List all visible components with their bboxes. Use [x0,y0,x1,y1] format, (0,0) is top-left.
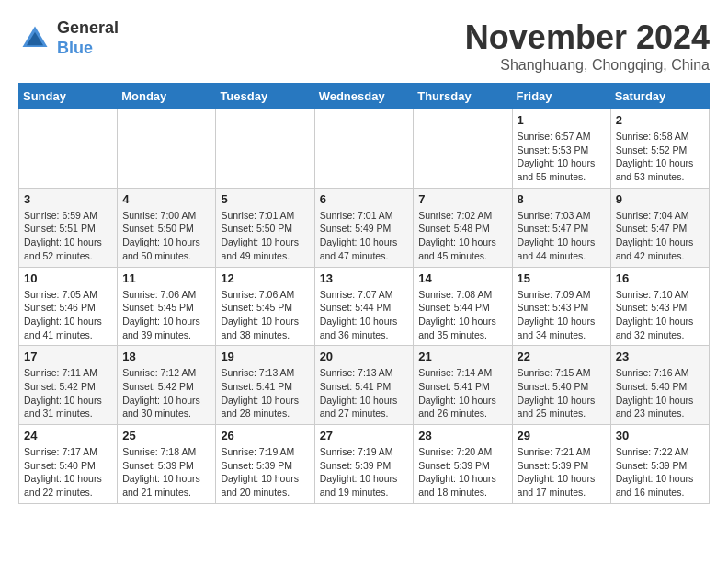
day-number: 10 [24,271,112,285]
header: General Blue November 2024 Shanghuang, C… [18,18,710,74]
week-row-1: 1Sunrise: 6:57 AM Sunset: 5:53 PM Daylig… [19,109,710,189]
day-info: Sunrise: 7:17 AM Sunset: 5:40 PM Dayligh… [24,445,112,500]
day-number: 13 [320,271,409,285]
day-cell: 22Sunrise: 7:15 AM Sunset: 5:40 PM Dayli… [512,346,610,425]
day-cell: 23Sunrise: 7:16 AM Sunset: 5:40 PM Dayli… [610,346,709,425]
week-row-2: 3Sunrise: 6:59 AM Sunset: 5:51 PM Daylig… [19,188,710,267]
title-section: November 2024 Shanghuang, Chongqing, Chi… [465,18,710,74]
day-number: 21 [418,350,506,363]
weekday-header-friday: Friday [512,84,610,109]
day-number: 4 [122,192,210,206]
day-info: Sunrise: 7:15 AM Sunset: 5:40 PM Dayligh… [518,366,606,420]
week-row-5: 24Sunrise: 7:17 AM Sunset: 5:40 PM Dayli… [19,425,710,504]
day-cell: 24Sunrise: 7:17 AM Sunset: 5:40 PM Dayli… [19,425,118,504]
day-info: Sunrise: 6:57 AM Sunset: 5:53 PM Dayligh… [518,130,606,184]
day-number: 6 [320,192,409,206]
day-number: 9 [616,192,704,206]
day-number: 25 [122,429,210,442]
day-cell: 21Sunrise: 7:14 AM Sunset: 5:41 PM Dayli… [414,346,512,425]
week-row-4: 17Sunrise: 7:11 AM Sunset: 5:42 PM Dayli… [19,346,710,425]
day-cell: 28Sunrise: 7:20 AM Sunset: 5:39 PM Dayli… [414,425,512,504]
day-number: 8 [518,192,606,206]
day-number: 7 [418,192,506,206]
day-info: Sunrise: 7:08 AM Sunset: 5:44 PM Dayligh… [418,288,506,342]
day-number: 30 [616,429,704,442]
day-info: Sunrise: 7:09 AM Sunset: 5:43 PM Dayligh… [518,288,606,342]
day-cell: 15Sunrise: 7:09 AM Sunset: 5:43 PM Dayli… [512,267,610,346]
day-cell: 8Sunrise: 7:03 AM Sunset: 5:47 PM Daylig… [512,188,610,267]
day-number: 20 [320,350,409,363]
day-info: Sunrise: 7:12 AM Sunset: 5:42 PM Dayligh… [122,366,210,420]
day-cell: 20Sunrise: 7:13 AM Sunset: 5:41 PM Dayli… [314,346,414,425]
day-cell: 7Sunrise: 7:02 AM Sunset: 5:48 PM Daylig… [414,188,512,267]
day-cell: 18Sunrise: 7:12 AM Sunset: 5:42 PM Dayli… [118,346,216,425]
day-info: Sunrise: 7:14 AM Sunset: 5:41 PM Dayligh… [418,366,506,420]
day-cell: 10Sunrise: 7:05 AM Sunset: 5:46 PM Dayli… [19,267,118,346]
day-cell [216,109,314,189]
day-cell: 27Sunrise: 7:19 AM Sunset: 5:39 PM Dayli… [314,425,414,504]
day-info: Sunrise: 7:04 AM Sunset: 5:47 PM Dayligh… [616,209,704,263]
day-cell [19,109,118,189]
day-info: Sunrise: 7:22 AM Sunset: 5:39 PM Dayligh… [616,445,704,500]
day-info: Sunrise: 7:11 AM Sunset: 5:42 PM Dayligh… [24,366,112,420]
day-number: 17 [24,350,112,363]
weekday-header-row: SundayMondayTuesdayWednesdayThursdayFrid… [19,84,710,109]
logo-blue: Blue [57,39,93,57]
day-info: Sunrise: 7:13 AM Sunset: 5:41 PM Dayligh… [320,366,409,420]
weekday-header-tuesday: Tuesday [216,84,314,109]
day-info: Sunrise: 7:06 AM Sunset: 5:45 PM Dayligh… [122,288,210,342]
day-info: Sunrise: 7:07 AM Sunset: 5:44 PM Dayligh… [320,288,409,342]
day-info: Sunrise: 7:21 AM Sunset: 5:39 PM Dayligh… [518,445,606,500]
day-info: Sunrise: 7:05 AM Sunset: 5:46 PM Dayligh… [24,288,112,342]
day-number: 23 [616,350,704,363]
day-number: 15 [518,271,606,285]
weekday-header-wednesday: Wednesday [314,84,414,109]
day-number: 26 [221,429,309,442]
day-cell: 19Sunrise: 7:13 AM Sunset: 5:41 PM Dayli… [216,346,314,425]
calendar: SundayMondayTuesdayWednesdayThursdayFrid… [18,83,710,504]
day-cell: 6Sunrise: 7:01 AM Sunset: 5:49 PM Daylig… [314,188,414,267]
day-cell [118,109,216,189]
day-cell: 26Sunrise: 7:19 AM Sunset: 5:39 PM Dayli… [216,425,314,504]
day-cell: 9Sunrise: 7:04 AM Sunset: 5:47 PM Daylig… [610,188,709,267]
logo-general: General [57,18,119,37]
day-number: 27 [320,429,409,442]
logo-icon [18,22,51,55]
day-info: Sunrise: 7:01 AM Sunset: 5:50 PM Dayligh… [221,209,309,263]
day-info: Sunrise: 7:13 AM Sunset: 5:41 PM Dayligh… [221,366,309,420]
day-cell: 1Sunrise: 6:57 AM Sunset: 5:53 PM Daylig… [512,109,610,189]
day-number: 28 [418,429,506,442]
day-number: 3 [24,192,112,206]
day-number: 18 [122,350,210,363]
day-info: Sunrise: 7:18 AM Sunset: 5:39 PM Dayligh… [122,445,210,500]
day-cell: 4Sunrise: 7:00 AM Sunset: 5:50 PM Daylig… [118,188,216,267]
day-cell: 25Sunrise: 7:18 AM Sunset: 5:39 PM Dayli… [118,425,216,504]
day-number: 29 [518,429,606,442]
weekday-header-saturday: Saturday [610,84,709,109]
day-cell: 30Sunrise: 7:22 AM Sunset: 5:39 PM Dayli… [610,425,709,504]
day-info: Sunrise: 6:59 AM Sunset: 5:51 PM Dayligh… [24,209,112,263]
day-number: 12 [221,271,309,285]
month-title: November 2024 [465,18,710,57]
weekday-header-thursday: Thursday [414,84,512,109]
day-info: Sunrise: 7:16 AM Sunset: 5:40 PM Dayligh… [616,366,704,420]
day-number: 1 [518,113,606,127]
day-number: 11 [122,271,210,285]
day-number: 14 [418,271,506,285]
day-cell: 29Sunrise: 7:21 AM Sunset: 5:39 PM Dayli… [512,425,610,504]
day-cell: 17Sunrise: 7:11 AM Sunset: 5:42 PM Dayli… [19,346,118,425]
day-cell: 12Sunrise: 7:06 AM Sunset: 5:45 PM Dayli… [216,267,314,346]
day-info: Sunrise: 7:01 AM Sunset: 5:49 PM Dayligh… [320,209,409,263]
week-row-3: 10Sunrise: 7:05 AM Sunset: 5:46 PM Dayli… [19,267,710,346]
location: Shanghuang, Chongqing, China [465,57,710,74]
day-cell [314,109,414,189]
day-info: Sunrise: 7:02 AM Sunset: 5:48 PM Dayligh… [418,209,506,263]
day-info: Sunrise: 7:06 AM Sunset: 5:45 PM Dayligh… [221,288,309,342]
weekday-header-sunday: Sunday [19,84,118,109]
day-cell: 2Sunrise: 6:58 AM Sunset: 5:52 PM Daylig… [610,109,709,189]
day-info: Sunrise: 7:03 AM Sunset: 5:47 PM Dayligh… [518,209,606,263]
day-number: 2 [616,113,704,127]
day-cell: 5Sunrise: 7:01 AM Sunset: 5:50 PM Daylig… [216,188,314,267]
day-number: 16 [616,271,704,285]
day-cell: 14Sunrise: 7:08 AM Sunset: 5:44 PM Dayli… [414,267,512,346]
